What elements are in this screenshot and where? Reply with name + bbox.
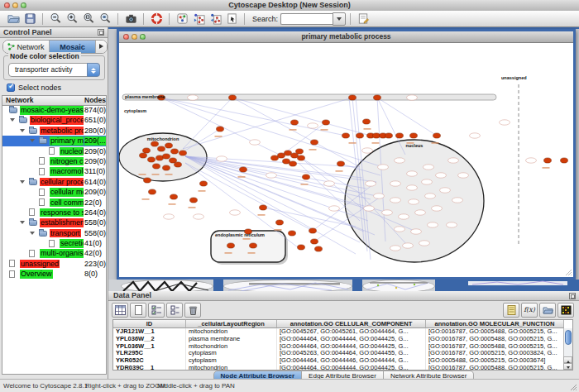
- graph-node[interactable]: [165, 143, 173, 148]
- select-attributes-icon[interactable]: [148, 303, 165, 318]
- graph-node[interactable]: [363, 119, 371, 124]
- float-panel-icon[interactable]: [569, 293, 576, 299]
- zoom-out-icon[interactable]: [48, 12, 63, 26]
- float-panel-icon[interactable]: [98, 29, 104, 36]
- table-row[interactable]: YPL036W__2plasma membrane[GO:0044464, GO…: [113, 336, 572, 343]
- tab-overflow-arrow[interactable]: [96, 41, 107, 53]
- unselect-attributes-icon[interactable]: [166, 303, 183, 318]
- new-attribute-icon[interactable]: [130, 303, 146, 318]
- graph-node[interactable]: [151, 141, 159, 146]
- table-cell[interactable]: plasma membrane: [186, 336, 277, 343]
- scroll-down-icon[interactable]: [563, 363, 572, 370]
- table-cell[interactable]: [GO:0016787, GO:0005488, GO:0005215, G..…: [426, 365, 564, 370]
- column-header[interactable]: _cellularLayoutRegion: [186, 320, 277, 328]
- formula-fx-icon[interactable]: f(x): [521, 303, 538, 318]
- tree-row[interactable]: transport558(0): [2, 228, 106, 238]
- tree-row[interactable]: cellular process614(0): [2, 177, 106, 187]
- delete-attribute-trash-icon[interactable]: [184, 303, 201, 318]
- graph-node[interactable]: [140, 153, 147, 158]
- table-cell[interactable]: YPL036W__1: [113, 343, 186, 351]
- resize-grip-icon[interactable]: [564, 268, 572, 276]
- table-cell[interactable]: [GO:0044464, GO:0044444, GO:0044425, G..…: [277, 336, 426, 343]
- graph-node[interactable]: [158, 146, 165, 151]
- table-row[interactable]: YKR052Ccytoplasm[GO:0044464, GO:0044446,…: [113, 357, 572, 365]
- graph-node[interactable]: [385, 133, 393, 138]
- graph-node[interactable]: [315, 246, 323, 251]
- scroll-up-icon[interactable]: [563, 356, 572, 363]
- graph-node[interactable]: [179, 151, 187, 155]
- graph-node[interactable]: [410, 133, 418, 138]
- graph-node[interactable]: [143, 148, 151, 153]
- graph-node[interactable]: [153, 164, 160, 169]
- tree-row[interactable]: Overview8(0): [2, 269, 106, 279]
- node-color-combo[interactable]: transporter activity: [8, 63, 100, 77]
- graph-node[interactable]: [561, 158, 568, 163]
- snapshot-camera-icon[interactable]: [123, 12, 138, 26]
- search-dropdown-button[interactable]: [333, 12, 346, 26]
- table-cell[interactable]: [GO:0016787, GO:0005488, GO:0005215, G..…: [426, 328, 564, 336]
- tree-row[interactable]: biological_process651(0): [2, 115, 106, 125]
- tree-row[interactable]: macromolecule311(0): [2, 166, 106, 176]
- table-row[interactable]: YLR295Ccytoplasm[GO:0045263, GO:0044464,…: [113, 350, 572, 357]
- graph-node[interactable]: [163, 154, 170, 159]
- graph-node[interactable]: [276, 220, 284, 225]
- tree-row[interactable]: mosaic-demo-yeast874(0): [2, 105, 106, 115]
- table-cell[interactable]: [GO:0016787, GO:0005215, GO:0003824, G..…: [426, 350, 564, 357]
- expander-icon[interactable]: [20, 129, 25, 135]
- save-session-button[interactable]: [22, 12, 37, 26]
- graph-node[interactable]: [289, 231, 296, 236]
- tree-row[interactable]: nitrogen compo209(0): [2, 156, 106, 166]
- edit-attributes-icon[interactable]: [356, 12, 371, 26]
- combo-stepper-icon[interactable]: [87, 63, 100, 77]
- graph-node[interactable]: [227, 243, 235, 248]
- table-cell[interactable]: mitochondrion: [186, 365, 277, 370]
- graph-node[interactable]: [374, 95, 381, 100]
- table-cell[interactable]: [GO:0045267, GO:0045261, GO:0044464, G..…: [277, 328, 426, 336]
- table-cell[interactable]: YDR039C__1: [113, 365, 186, 370]
- graph-node[interactable]: [356, 133, 364, 138]
- graph-node[interactable]: [303, 174, 310, 179]
- graph-node[interactable]: [373, 133, 380, 138]
- table-cell[interactable]: YLR295C: [113, 350, 186, 357]
- table-cell[interactable]: [GO:0044464, GO:0044444, GO:0044425, G..…: [277, 365, 426, 370]
- mdi-desktop[interactable]: primary metabolic process plasma membran…: [108, 27, 579, 291]
- tree-row[interactable]: response to stimulu264(0): [2, 208, 106, 218]
- table-cell[interactable]: mitochondrion: [186, 343, 277, 351]
- table-cell[interactable]: [GO:0005488, GO:0005215, GO:0003674]: [426, 357, 564, 365]
- expander-icon[interactable]: [30, 232, 35, 237]
- notepad-icon[interactable]: [503, 303, 519, 318]
- graph-node[interactable]: [278, 153, 285, 158]
- table-cell[interactable]: mitochondrion: [186, 328, 277, 336]
- tree-row[interactable]: primary metabo209(...: [2, 136, 106, 146]
- graph-node[interactable]: [298, 155, 305, 160]
- graph-node[interactable]: [396, 133, 404, 138]
- column-header[interactable]: ID: [113, 320, 186, 328]
- table-cell[interactable]: YJR121W__1: [113, 328, 186, 336]
- network-graph[interactable]: plasma membranecytoplasmmitochondrionnuc…: [119, 43, 573, 277]
- tree-row[interactable]: metabolic process280(0): [2, 126, 106, 136]
- tree-row[interactable]: establishment of lo558(0): [2, 218, 106, 227]
- graph-node[interactable]: [298, 245, 305, 250]
- graph-node[interactable]: [156, 155, 164, 160]
- annotation-icon[interactable]: [224, 12, 239, 26]
- graph-edge[interactable]: [301, 158, 358, 192]
- expander-icon[interactable]: [20, 180, 25, 186]
- graph-node[interactable]: [229, 95, 237, 100]
- expander-icon[interactable]: [30, 139, 35, 145]
- graph-node[interactable]: [311, 140, 318, 145]
- tree-row[interactable]: multi-organism pro42(0): [2, 248, 106, 258]
- tab-network[interactable]: Network: [3, 41, 50, 53]
- tree-row[interactable]: cellular metabo209(0): [2, 187, 106, 197]
- plasma-membrane-region[interactable]: [122, 94, 496, 100]
- tree-row[interactable]: secretion41(0): [2, 238, 106, 248]
- tab-mosaic[interactable]: Mosaic: [50, 41, 96, 53]
- table-cell[interactable]: cytoplasm: [186, 350, 277, 357]
- tree-row[interactable]: cell communicat22(0): [2, 198, 106, 208]
- graph-node[interactable]: [163, 165, 170, 170]
- table-row[interactable]: YDR039C__1mitochondrion[GO:0044464, GO:0…: [113, 365, 572, 370]
- expander-icon[interactable]: [10, 118, 15, 124]
- graph-node[interactable]: [290, 161, 297, 166]
- graph-node[interactable]: [311, 239, 318, 244]
- graph-edge[interactable]: [185, 156, 360, 242]
- network-canvas[interactable]: plasma membranecytoplasmmitochondrionnuc…: [119, 43, 573, 277]
